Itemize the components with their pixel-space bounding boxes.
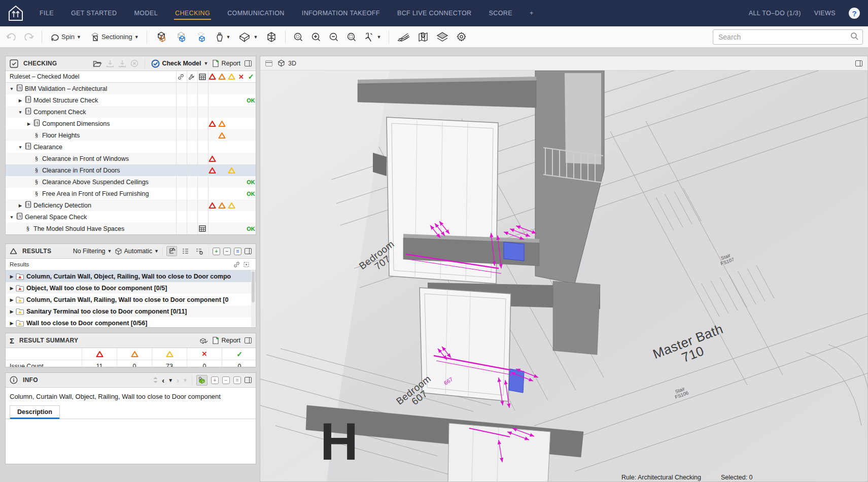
result-row[interactable]: ▶ Wall too close to Door component [0/56… xyxy=(6,317,256,328)
expander-icon[interactable]: ▼ xyxy=(9,215,15,220)
expander-icon[interactable]: ▶ xyxy=(26,121,32,126)
checking-tree-row[interactable]: §Floor Heights xyxy=(6,129,256,141)
menu-item-information-takeoff[interactable]: INFORMATION TAKEOFF xyxy=(301,7,381,20)
expander-icon[interactable]: ▶ xyxy=(17,203,23,208)
box-tool-button[interactable]: ▼ xyxy=(236,30,260,44)
select-tool-button[interactable]: ▼ xyxy=(362,30,383,44)
result-row[interactable]: ▶ Column, Curtain Wall, Object, Railing,… xyxy=(6,270,256,282)
zoom-fit-button[interactable] xyxy=(291,30,305,44)
summary-panel-menu-icon[interactable] xyxy=(245,337,252,343)
views-button[interactable]: VIEWS xyxy=(814,10,836,17)
result-row[interactable]: ▶ Column, Curtain Wall, Railing, Wall to… xyxy=(6,294,256,305)
show-in-3d-toggle[interactable] xyxy=(196,375,207,386)
results-scrollbar[interactable] xyxy=(251,270,255,327)
filter-dropdown[interactable]: No Filtering ▼ xyxy=(73,248,112,255)
info-issue-title: Column, Curtain Wall, Object, Railing, W… xyxy=(6,388,256,403)
show-all-cube-button[interactable] xyxy=(153,30,169,44)
menu-item-score[interactable]: SCORE xyxy=(488,7,513,20)
checking-tree-row[interactable]: ▶ §Deficiency Detection xyxy=(6,199,256,211)
viewport-3d[interactable]: 3D xyxy=(260,56,868,482)
previous-dropdown-icon[interactable]: ▼ xyxy=(168,377,173,383)
menu-item--[interactable]: + xyxy=(529,7,535,20)
severity-triangle-icon xyxy=(166,351,173,358)
menu-item-bcf-live-connector[interactable]: BCF LIVE CONNECTOR xyxy=(396,7,473,20)
expander-icon[interactable]: ▶ xyxy=(17,98,23,103)
all-todo-button[interactable]: ALL TO–DO (1/3) xyxy=(749,10,801,17)
restore-panel-icon[interactable] xyxy=(265,60,272,66)
expander-icon[interactable]: ▼ xyxy=(17,145,23,150)
info-remove-icon[interactable]: − xyxy=(222,376,230,384)
menu-item-communication[interactable]: COMMUNICATION xyxy=(226,7,286,20)
checking-tree-row[interactable]: ▼ §Component Check xyxy=(6,106,256,118)
open-ruleset-icon[interactable] xyxy=(93,60,102,67)
sort-icon[interactable] xyxy=(153,376,158,384)
results-panel-menu-icon[interactable] xyxy=(245,248,252,254)
checking-report-button[interactable]: Report xyxy=(212,59,240,67)
checking-tree-row[interactable]: §Free Area in Front of Fixed Furnishing … xyxy=(6,188,256,199)
update-presentation-icon[interactable]: = xyxy=(234,248,241,255)
sectioning-button[interactable]: Sectioning▼ xyxy=(87,30,141,44)
checking-tree-row[interactable]: ▶ §Component Dimensions xyxy=(6,118,256,129)
info-add-icon[interactable]: + xyxy=(211,376,219,384)
menu-item-checking[interactable]: CHECKING xyxy=(174,7,211,20)
layers-button[interactable] xyxy=(434,30,450,44)
checking-tree-row[interactable]: ▼ §Clearance xyxy=(6,141,256,153)
transparent-cube-button[interactable] xyxy=(192,30,209,44)
tree-view-toggle[interactable] xyxy=(166,246,177,256)
checking-tree-row[interactable]: ▶ §Model Structure Check OK xyxy=(6,94,256,106)
remove-from-presentation-icon[interactable]: − xyxy=(223,248,231,255)
info-update-icon[interactable]: = xyxy=(233,376,241,384)
add-to-presentation-icon[interactable]: + xyxy=(213,248,220,255)
spin-button[interactable]: Spin▼ xyxy=(48,31,83,43)
checking-tree-row[interactable]: ▼ §General Space Check xyxy=(6,211,256,223)
list-settings-toggle[interactable] xyxy=(194,246,205,256)
checking-panel-menu-icon[interactable] xyxy=(245,60,252,66)
menu-item-model[interactable]: MODEL xyxy=(133,7,159,20)
save-checking-icon[interactable] xyxy=(106,60,114,67)
checking-tree-row[interactable]: §Clearance in Front of Windows xyxy=(6,153,256,164)
checking-tree-row[interactable]: §Clearance in Front of Doors xyxy=(6,164,256,176)
settings-gear-button[interactable] xyxy=(454,30,469,44)
approve-icon[interactable] xyxy=(199,337,208,345)
save-as-checking-icon[interactable] xyxy=(118,60,126,67)
model-canvas[interactable]: Bedroom707StairFS107Master Bath710Bedroo… xyxy=(260,71,868,482)
help-icon[interactable]: ? xyxy=(849,8,860,19)
check-model-button[interactable]: Check Model ▼ xyxy=(151,59,208,68)
expander-icon[interactable]: ▶ xyxy=(9,274,15,279)
search-input[interactable] xyxy=(713,29,863,45)
next-dropdown-icon[interactable]: ▼ xyxy=(183,377,188,383)
perspective-grid-button[interactable] xyxy=(395,30,412,44)
section-plane-button[interactable] xyxy=(263,30,280,44)
viewport-menu-icon[interactable] xyxy=(855,60,862,66)
redo-button[interactable] xyxy=(22,31,36,43)
zoom-in-button[interactable] xyxy=(309,30,323,44)
hide-cube-button[interactable] xyxy=(172,30,189,44)
expander-icon[interactable]: ▶ xyxy=(9,286,15,291)
undo-button[interactable] xyxy=(4,31,18,43)
rule-label: Model Structure Check xyxy=(33,97,98,104)
tab-description[interactable]: Description xyxy=(10,405,60,419)
expander-icon[interactable]: ▼ xyxy=(17,110,23,115)
expander-icon[interactable]: ▼ xyxy=(9,86,15,91)
checking-tree-row[interactable]: §The Model Should Have Spaces OK xyxy=(6,223,256,234)
map-pin-button[interactable] xyxy=(415,30,431,44)
result-row[interactable]: ▶ Object, Wall too close to Door compone… xyxy=(6,282,256,294)
menu-item-get-started[interactable]: GET STARTED xyxy=(70,7,118,20)
expander-icon[interactable]: ▶ xyxy=(9,321,15,326)
close-ruleset-icon[interactable] xyxy=(130,59,138,67)
menu-item-file[interactable]: FILE xyxy=(39,7,55,20)
list-view-toggle[interactable] xyxy=(180,246,191,256)
summary-report-button[interactable]: Report xyxy=(212,336,240,345)
expander-icon[interactable]: ▶ xyxy=(9,297,15,302)
previous-issue-icon[interactable]: ‹ xyxy=(162,376,164,385)
checking-tree-row[interactable]: §Clearance Above Suspended Ceilings OK xyxy=(6,176,256,188)
next-issue-icon[interactable]: › xyxy=(177,376,179,385)
visualization-dropdown[interactable]: Automatic ▼ xyxy=(115,248,159,255)
zoom-window-button[interactable] xyxy=(344,30,359,44)
paint-button[interactable]: ▼ xyxy=(212,30,233,44)
checking-tree-row[interactable]: ▼ §BIM Validation – Architectural xyxy=(6,83,256,94)
result-row[interactable]: ▶ Sanitary Terminal too close to Door co… xyxy=(6,305,256,317)
zoom-out-button[interactable] xyxy=(327,30,341,44)
info-panel-menu-icon[interactable] xyxy=(245,377,252,383)
expander-icon[interactable]: ▶ xyxy=(9,309,15,314)
